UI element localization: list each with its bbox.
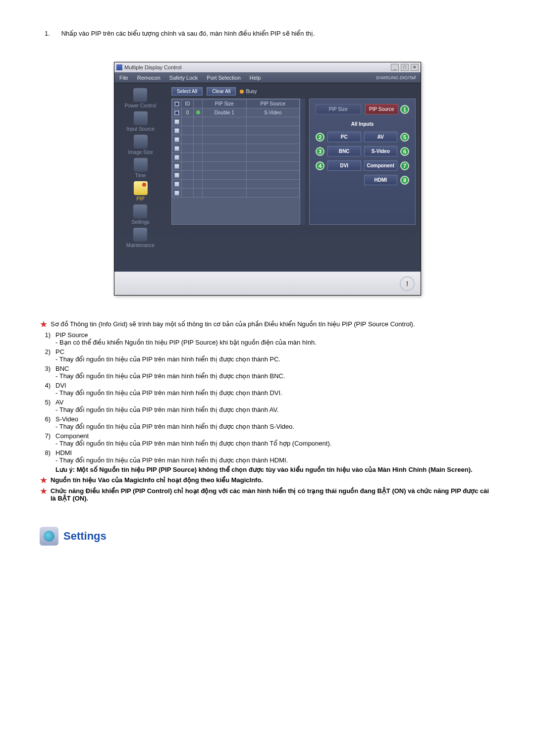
- input-component-button[interactable]: Component: [364, 160, 398, 171]
- app-bottom-bar: !: [114, 271, 421, 295]
- table-row[interactable]: [172, 189, 300, 198]
- note-text: Sơ đồ Thông tin (Info Grid) sẽ trình bày…: [51, 320, 415, 328]
- table-row[interactable]: [172, 126, 300, 135]
- table-row[interactable]: [172, 162, 300, 171]
- cell-pip-size: [203, 153, 247, 162]
- col-status: [194, 100, 203, 108]
- table-row[interactable]: [172, 171, 300, 180]
- cell-status: [194, 162, 203, 171]
- row-checkbox[interactable]: [174, 164, 179, 169]
- cell-status: [194, 180, 203, 189]
- sidebar: Power Control Input Source Image Size Ti…: [114, 83, 166, 271]
- cell-pip-size: Double 1: [203, 108, 247, 117]
- item-desc: - Thay đổi nguồn tín hiệu của PIP trên m…: [55, 389, 282, 397]
- tab-pip-source[interactable]: PIP Source: [365, 104, 399, 114]
- item-title: AV: [55, 399, 279, 406]
- item-number: 7): [40, 432, 51, 447]
- item-number: 5): [40, 399, 51, 413]
- app-window: Multiple Display Control _ □ ✕ File Remo…: [114, 62, 421, 296]
- intro-step-number: 1.: [40, 30, 59, 37]
- section-heading-settings: Settings: [40, 527, 495, 546]
- sidebar-item-label: Maintenance: [126, 243, 155, 248]
- sidebar-item-time[interactable]: Time: [134, 158, 148, 178]
- row-checkbox[interactable]: [174, 119, 179, 124]
- row-checkbox[interactable]: [174, 146, 179, 151]
- sidebar-item-image-size[interactable]: Image Size: [128, 135, 153, 155]
- item-desc: - Thay đổi nguồn tín hiệu của PIP trên m…: [55, 355, 280, 363]
- item-desc: - Thay đổi nguồn tín hiệu của PIP trên m…: [55, 406, 279, 413]
- item-title: PC: [55, 348, 280, 355]
- check-all[interactable]: [174, 101, 179, 106]
- close-button[interactable]: ✕: [411, 64, 419, 71]
- input-dvi-button[interactable]: DVI: [327, 160, 361, 171]
- input-svideo-button[interactable]: S-Video: [364, 146, 398, 156]
- cell-pip-size: [203, 144, 247, 153]
- menu-file[interactable]: File: [119, 75, 128, 81]
- toolbar: Select All Clear All Busy: [171, 87, 416, 96]
- row-checkbox[interactable]: [174, 173, 179, 178]
- callout-2: 2: [316, 133, 324, 142]
- cell-pip-source: [246, 144, 299, 153]
- sidebar-item-maintenance[interactable]: Maintenance: [126, 228, 155, 248]
- main-area: Select All Clear All Busy ID: [166, 83, 421, 271]
- cell-status: [194, 126, 203, 135]
- input-pc-button[interactable]: PC: [327, 132, 361, 142]
- brand-label: SAMSUNG DIGITall: [376, 75, 416, 80]
- power-icon: [133, 88, 147, 102]
- menu-port-selection[interactable]: Port Selection: [207, 75, 240, 81]
- grid-scrollbar[interactable]: [300, 99, 305, 225]
- select-all-button[interactable]: Select All: [171, 87, 203, 96]
- table-row[interactable]: [172, 180, 300, 189]
- row-checkbox[interactable]: [174, 155, 179, 160]
- pip-icon: [134, 181, 148, 195]
- sidebar-item-power-control[interactable]: Power Control: [125, 88, 156, 108]
- row-checkbox[interactable]: [174, 110, 179, 115]
- table-row[interactable]: 0Double 1S-Video: [172, 108, 300, 117]
- cell-pip-size: [203, 117, 247, 126]
- settings-heading-text: Settings: [63, 530, 107, 543]
- sidebar-item-input-source[interactable]: Input Source: [126, 111, 155, 132]
- callout-7: 7: [400, 161, 409, 170]
- numbered-item: 5)AV- Thay đổi nguồn tín hiệu của PIP tr…: [40, 399, 495, 413]
- input-hdmi-button[interactable]: HDMI: [364, 175, 398, 185]
- item-desc: - Thay đổi nguồn tín hiệu của PIP trên m…: [55, 456, 288, 464]
- menu-help[interactable]: Help: [250, 75, 261, 81]
- menu-safety-lock[interactable]: Safety Lock: [169, 75, 198, 81]
- clear-all-button[interactable]: Clear All: [207, 87, 236, 96]
- note-text: Chức năng Điều khiển PIP (PIP Control) c…: [51, 487, 495, 502]
- table-row[interactable]: [172, 117, 300, 126]
- cell-id: 0: [182, 108, 194, 117]
- maintenance-icon: [133, 228, 147, 242]
- sidebar-item-pip[interactable]: PIP: [134, 181, 148, 202]
- input-av-button[interactable]: AV: [364, 132, 398, 142]
- intro-step: 1. Nhấp vào PIP trên các biểu tượng chín…: [40, 30, 495, 37]
- tab-pip-size[interactable]: PIP Size: [316, 104, 361, 114]
- note-star-3: ★ Chức năng Điều khiển PIP (PIP Control)…: [40, 487, 495, 502]
- time-icon: [134, 158, 148, 172]
- table-row[interactable]: [172, 135, 300, 144]
- minimize-button[interactable]: _: [391, 64, 399, 71]
- item-title: S-Video: [55, 415, 294, 423]
- menu-remocon[interactable]: Remocon: [137, 75, 160, 81]
- row-checkbox[interactable]: [174, 128, 179, 133]
- star-icon: ★: [40, 320, 48, 328]
- intro-step-text: Nhấp vào PIP trên các biểu tượng chính v…: [61, 30, 315, 37]
- busy-label: Busy: [246, 89, 257, 94]
- cell-pip-source: [246, 180, 299, 189]
- input-bnc-button[interactable]: BNC: [327, 146, 361, 156]
- item-desc: - Thay đổi nguồn tín hiệu của PIP trên m…: [55, 440, 331, 447]
- numbered-item: 7)Component- Thay đổi nguồn tín hiệu của…: [40, 432, 495, 447]
- sidebar-item-label: Settings: [131, 219, 149, 225]
- callout-4: 4: [316, 161, 324, 170]
- content-row: ID PIP Size PIP Source 0Double 1S-Video: [171, 99, 416, 225]
- row-checkbox[interactable]: [174, 137, 179, 142]
- item-number: 8): [40, 449, 51, 464]
- table-row[interactable]: [172, 153, 300, 162]
- row-checkbox[interactable]: [174, 182, 179, 187]
- cell-pip-source: [246, 171, 299, 180]
- sidebar-item-settings[interactable]: Settings: [131, 204, 149, 225]
- row-checkbox[interactable]: [174, 191, 179, 196]
- cell-status: [194, 153, 203, 162]
- maximize-button[interactable]: □: [401, 64, 409, 71]
- table-row[interactable]: [172, 144, 300, 153]
